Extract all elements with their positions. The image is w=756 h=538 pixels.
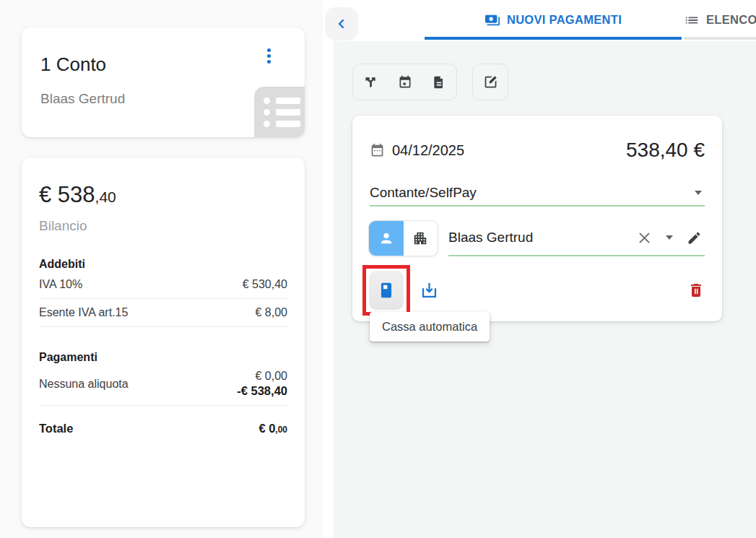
balance-label: Bilancio: [39, 218, 287, 234]
delete-payment-button[interactable]: [687, 282, 705, 299]
caret-down-icon: [695, 191, 702, 195]
payment-amount: 538,40 €: [626, 139, 705, 162]
document-icon: [432, 75, 446, 90]
accounts-panel: 1 Conto Blaas Gertrud € 538,40 Bilancio …: [0, 0, 323, 538]
caret-down-icon[interactable]: [666, 235, 673, 240]
calendar-outline-icon: [370, 143, 385, 158]
list-icon: [684, 12, 700, 28]
balance-amount-main: € 538: [39, 182, 95, 207]
building-icon: [412, 230, 428, 246]
balance-amount-decimals: ,40: [95, 188, 116, 205]
split-payment-button[interactable]: [353, 64, 388, 100]
tab-nuovi-pagamenti[interactable]: NUOVI PAGAMENTI: [425, 0, 682, 40]
bullet-list-icon: [254, 87, 305, 137]
payment-method-value: Contante/SelfPay: [370, 185, 477, 201]
annotation-highlight-box: [362, 265, 410, 316]
kiosk-card-icon: [377, 281, 396, 300]
trash-icon: [687, 282, 705, 299]
payer-name: Blaas Gertrud: [448, 230, 533, 246]
app-window: 1 Conto Blaas Gertrud € 538,40 Bilancio …: [0, 0, 756, 538]
payment-row-values: € 0,00 -€ 538,40: [237, 370, 287, 398]
toggle-company-segment[interactable]: [404, 221, 438, 256]
edit-square-icon: [483, 74, 498, 90]
payer-field[interactable]: Blaas Gertrud: [448, 220, 705, 256]
payment-date[interactable]: 04/12/2025: [392, 142, 464, 159]
tooltip-text: Cassa automatica: [382, 320, 477, 333]
pencil-icon[interactable]: [687, 230, 702, 246]
payments-panel: NUOVI PAGAMENTI ELENCO: [323, 0, 756, 538]
edit-payment-button[interactable]: [472, 64, 508, 100]
tab-elenco[interactable]: ELENCO: [684, 0, 756, 40]
payments-section-title: Pagamenti: [39, 351, 287, 364]
account-card: 1 Conto Blaas Gertrud: [22, 27, 305, 137]
total-label: Totale: [39, 422, 73, 435]
collapse-panel-button[interactable]: [325, 7, 358, 40]
tab-label: ELENCO: [706, 13, 756, 27]
banknote-icon: [485, 12, 500, 28]
payment-method-select[interactable]: Contante/SelfPay: [370, 181, 705, 207]
payer-type-toggle: [368, 220, 438, 256]
chevron-left-icon: [336, 18, 347, 30]
balance-amount: € 538,40: [39, 182, 287, 208]
call-split-icon: [363, 75, 378, 90]
total-value: € 0,00: [258, 422, 287, 435]
account-card-subtitle: Blaas Gertrud: [40, 91, 125, 107]
document-button[interactable]: [422, 64, 456, 100]
payer-row: Blaas Gertrud: [368, 220, 705, 256]
toggle-person-segment[interactable]: [369, 221, 404, 256]
active-tab-indicator: [425, 37, 682, 40]
tab-bar: NUOVI PAGAMENTI ELENCO: [323, 0, 756, 41]
total-value-main: € 0: [258, 422, 275, 435]
balance-card: € 538,40 Bilancio Addebiti IVA 10% € 530…: [22, 157, 305, 527]
clear-x-icon[interactable]: [637, 230, 652, 246]
payment-row-value-top: € 0,00: [256, 370, 287, 383]
payment-row-value-bottom: -€ 538,40: [237, 384, 287, 398]
calendar-button[interactable]: [388, 64, 422, 100]
download-button[interactable]: [420, 281, 439, 300]
payment-date-row: 04/12/2025 538,40 €: [370, 139, 705, 162]
table-row: Esente IVA art.15 € 8,00: [39, 299, 287, 327]
total-row: Totale € 0,00: [39, 422, 287, 435]
toolbar-group: [352, 64, 457, 100]
payer-field-icons: [637, 230, 705, 246]
tooltip: Cassa automatica: [370, 312, 490, 342]
debit-label: Esente IVA art.15: [39, 306, 128, 319]
more-vert-icon[interactable]: [258, 45, 279, 66]
payment-row-label: Nessuna aliquota: [39, 378, 129, 391]
table-row: IVA 10% € 530,40: [39, 271, 287, 299]
payments-content: 04/12/2025 538,40 € Contante/SelfPay: [334, 41, 756, 538]
person-icon: [378, 230, 394, 246]
debits-section-title: Addebiti: [39, 258, 287, 271]
debit-label: IVA 10%: [39, 278, 82, 291]
total-value-decimals: ,00: [275, 425, 287, 435]
account-card-title: 1 Conto: [40, 53, 106, 76]
calendar-event-icon: [398, 75, 412, 90]
table-row: Nessuna aliquota € 0,00 -€ 538,40: [39, 364, 287, 406]
cassa-automatica-button[interactable]: [369, 271, 404, 310]
debit-value: € 530,40: [243, 278, 287, 291]
tab-label: NUOVI PAGAMENTI: [507, 13, 622, 27]
payment-card: 04/12/2025 538,40 € Contante/SelfPay: [352, 116, 722, 321]
payment-actions-row: [362, 263, 705, 318]
debit-value: € 8,00: [256, 306, 287, 319]
download-tray-icon: [420, 281, 439, 300]
inactive-tab-indicator: [684, 37, 756, 40]
